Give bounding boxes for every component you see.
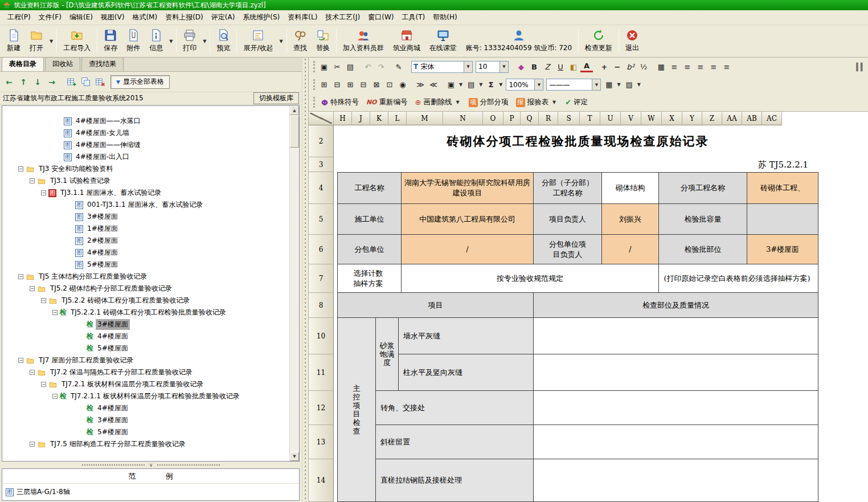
tab-search-results[interactable]: 查找结果 [81,57,124,71]
tree-item-selected[interactable]: 检3#楼屋面 [2,319,289,330]
superscript-button[interactable]: b² [624,60,637,73]
lock-cells-button[interactable]: ◉ [396,79,409,91]
collapse-toggle-icon[interactable]: − [18,274,23,279]
increase-button[interactable]: + [598,60,611,73]
cell-column-joint-label[interactable]: 柱水平及竖向灰缝 [399,354,534,391]
account-info[interactable]: 账号: 13332404059 筑业币: 720 [461,26,576,56]
open-button[interactable]: 打开 [25,28,48,54]
tree-item-folder[interactable]: −TJ3.1 试验检查记录 [2,175,289,187]
column-header[interactable]: K [370,112,388,125]
add-table-button[interactable] [65,76,78,88]
row-header[interactable]: 2 [309,125,334,157]
styles-button[interactable]: ◆ [515,60,527,73]
cell-batch-location-value[interactable]: 3#楼屋面 [747,235,818,264]
column-header[interactable]: N [443,112,483,125]
menu-data-library[interactable]: 资料库(L) [284,10,321,25]
draw-strike-line-button[interactable]: ⊕ 画删除线 ▼ [411,96,464,108]
open-dropdown-caret[interactable]: ▼ [48,39,55,44]
cell-subdivision-value[interactable]: 砌体结构 [602,172,659,204]
row-header[interactable]: 12 [309,391,334,425]
align-left-button[interactable]: ≡ [668,60,681,73]
menu-technology[interactable]: 技术工艺(J) [321,10,364,25]
expand-collapse-button[interactable]: 展开/收起 [239,28,277,54]
collapse-toggle-icon[interactable]: − [30,178,35,183]
nav-back-button[interactable]: ← [3,76,15,88]
row-header[interactable]: 5 [309,204,334,235]
column-header[interactable]: P [503,112,521,125]
tree-item-folder[interactable]: −TJ7.5 细部构造工程子分部工程质量验收记录 [2,438,289,450]
menu-system-maintenance[interactable]: 系统维护(S) [239,10,284,25]
find-button[interactable]: 查找 [289,26,312,56]
row-header[interactable]: 7 [309,264,334,293]
cell-subcontractor-leader-label[interactable]: 分包单位项目负责人 [534,235,602,264]
highlight-color-button[interactable]: ◧ [567,60,580,73]
format-painter-button[interactable]: ✎ [392,60,405,73]
border-dropdown-caret[interactable]: ▼ [615,82,622,87]
panel-splitter[interactable] [302,58,309,502]
tree-item-folder[interactable]: −TJ7 屋面分部工程质量验收记录 [2,354,289,366]
column-header[interactable]: O [483,112,503,125]
tree-item[interactable]: 图001-TJ3.1.1 屋面淋水、蓄水试验记录 [2,199,289,211]
tree-item[interactable]: 图4#楼屋面 [2,247,289,259]
cell-sampling-plan-label[interactable]: 选择计数抽样方案 [337,264,402,293]
cell-wall-joint-label[interactable]: 墙水平灰缝 [399,318,534,354]
print-dropdown-caret[interactable]: ▼ [201,39,208,44]
column-header[interactable]: X [662,112,682,125]
column-header[interactable]: AA [722,112,742,125]
column-header[interactable]: L [388,112,407,125]
join-group-button[interactable]: 加入资料员群 [338,26,388,56]
tab-recycle-bin[interactable]: 回收站 [45,57,80,71]
tree-item[interactable]: 图4#楼屋面——伸缩缝 [2,139,289,151]
font-color-button[interactable]: A [580,62,593,72]
form-title[interactable]: 砖砌体分项工程检验批质量现场检查原始记录 [337,125,818,157]
report-dropdown-caret[interactable]: ▼ [551,100,558,105]
online-classroom-button[interactable]: 在线课堂 [425,26,461,56]
cell-project-leader-label[interactable]: 项目负责人 [534,204,602,235]
new-button[interactable]: 新建 [2,26,25,56]
font-family-select[interactable]: T 宋体 ▼ [411,61,473,73]
zoom-dropdown[interactable]: ▼ [534,79,543,90]
column-header[interactable]: J [352,112,370,125]
info-dropdown-caret[interactable]: ▼ [167,39,174,44]
cell-subcontractor-leader-value[interactable]: / [602,235,659,264]
print-button[interactable]: 打印 [178,28,201,54]
cell-corner-label[interactable]: 转角、交接处 [376,391,534,425]
cell-project-leader-value[interactable]: 刘振兴 [602,204,659,235]
cell-raking-label[interactable]: 斜槎留置 [376,425,534,459]
sheet-corner[interactable] [309,112,334,125]
font-size-dropdown[interactable]: ▼ [499,62,508,72]
menu-file[interactable]: 文件(F) [35,10,65,25]
column-header[interactable]: Y [682,112,702,125]
preview-button[interactable]: 预览 [212,26,235,56]
cell-mortar-fullness[interactable]: 砂浆饱满度 [376,318,399,391]
tree-item-folder[interactable]: −TJ5.2 砌体结构子分部工程质量验收记录 [2,283,289,295]
copy-button[interactable]: ▤ [344,60,357,73]
cell-batch-capacity-value[interactable] [747,204,818,235]
toolbar-grip[interactable] [313,97,315,108]
nav-forward-button[interactable]: → [46,76,58,88]
cell-sampling-note[interactable]: (打印原始记录空白表格前必须选择抽样方案) [659,264,818,293]
collapse-toggle-icon[interactable]: − [30,442,35,447]
column-header[interactable]: AB [742,112,762,125]
scrollbar-track[interactable] [290,148,299,452]
cell-subcontractor-value[interactable]: / [402,235,534,264]
tree-item-folder[interactable]: −TJ5 主体结构分部工程质量验收记录 [2,271,289,283]
tree-item[interactable]: 图3#楼屋面 [2,211,289,223]
line-style-select[interactable]: ——— ▼ [546,79,601,91]
collapse-toggle-icon[interactable]: − [52,310,58,315]
tree-scrollbar[interactable]: ▲ ▼ [289,106,299,461]
tree-item[interactable]: 图5#楼屋面 [2,259,289,271]
column-header[interactable]: V [621,112,641,125]
merge-cells-button[interactable]: ⊠ [370,79,383,91]
cell-item-name-value[interactable]: 砖砌体工程、 [747,172,818,204]
paste-button[interactable]: ▣ [318,60,330,73]
tree-item[interactable]: 图4#楼屋面-女儿墙 [2,127,289,139]
row-header[interactable]: 13 [309,425,334,459]
tree-item[interactable]: 检5#楼屋面 [2,426,289,438]
nav-down-button[interactable]: ↓ [31,76,44,88]
indent-decrease-button[interactable]: ≪ [427,79,440,91]
special-symbols-button[interactable]: Φ 特殊符号 [318,96,362,108]
insert-row-button[interactable]: ⊞ [318,79,330,91]
collapse-toggle-icon[interactable]: − [30,370,35,375]
menu-window[interactable]: 窗口(W) [364,10,398,25]
